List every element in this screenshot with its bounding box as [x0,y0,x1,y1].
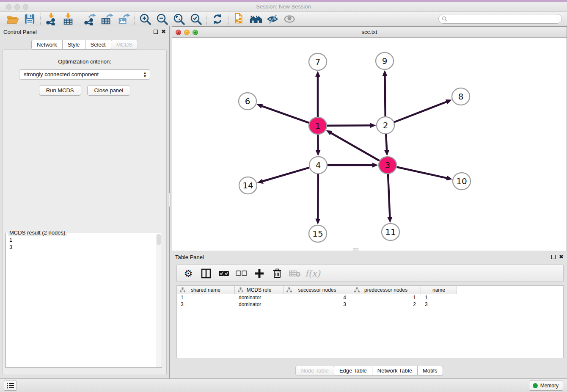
cell-mcds-role[interactable]: dominator [235,301,284,307]
graph-edge-4-14[interactable] [263,168,309,181]
tab-select[interactable]: Select [85,40,111,50]
tab-network-table[interactable]: Network Table [372,366,418,375]
control-panel-header: Control Panel ✖ [0,26,169,37]
horizontal-splitter-handle[interactable] [353,248,358,251]
zoom-in-icon [139,13,151,25]
delete-column-button[interactable] [270,267,284,280]
tab-network[interactable]: Network [31,40,63,50]
export-image-button[interactable] [115,13,132,25]
network-window-titlebar[interactable]: x – + scc.txt [172,27,567,38]
cell-mcds-role[interactable]: dominator [235,295,284,301]
svg-text:15: 15 [312,229,323,239]
hide-details-button[interactable] [264,13,281,25]
mcds-result-list[interactable]: 1 3 [6,235,156,367]
tab-mcds[interactable]: MCDS [111,40,138,50]
graph-edge-2-3[interactable] [386,134,387,150]
close-panel-icon[interactable]: ✖ [161,28,166,35]
graph-edge-3-11[interactable] [388,174,390,217]
graph-edge-3-10[interactable] [396,167,446,178]
home-icon [249,14,263,25]
memory-label: Memory [540,383,559,389]
graph-node-4[interactable]: 4 [309,157,327,174]
column-header-predecessor-nodes[interactable]: predecessor nodes [351,286,421,294]
graph-edge-1-2[interactable] [327,125,370,126]
graph-node-7[interactable]: 7 [309,53,327,70]
save-session-button[interactable] [21,13,38,25]
show-columns-button[interactable] [199,267,213,280]
hide-eye-icon [267,14,279,25]
close-panel-button[interactable]: Close panel [87,85,131,96]
network-canvas[interactable]: 7968124314101511 [172,38,567,251]
unselect-all-columns-button[interactable] [234,267,249,280]
graph-node-11[interactable]: 11 [382,224,399,240]
search-box[interactable] [438,14,562,24]
fx-icon: f(x) [305,268,320,279]
refresh-network-button[interactable] [209,13,226,25]
search-input[interactable] [448,16,553,22]
column-header-mcds-role[interactable]: MCDS role [235,286,284,294]
tab-motifs[interactable]: Motifs [418,366,443,375]
column-header-shared-name[interactable]: shared name [177,286,235,294]
select-all-columns-button[interactable] [217,267,231,280]
columns-icon [201,268,211,279]
graph-node-1[interactable]: 1 [309,117,327,134]
graph-edge-3-1[interactable] [331,133,379,161]
export-network-button[interactable] [81,13,98,25]
tab-edge-table[interactable]: Edge Table [334,366,372,375]
export-network-icon [83,13,96,25]
graph-node-14[interactable]: 14 [239,177,257,194]
task-history-button[interactable] [4,381,17,391]
graph-node-3[interactable]: 3 [379,157,396,174]
cell-successor-nodes[interactable]: 4 [284,295,351,301]
tab-node-table[interactable]: Node Table [295,366,334,375]
vertical-splitter-handle[interactable] [168,193,171,207]
zoom-out-button[interactable] [154,13,171,25]
delete-table-button[interactable] [288,267,302,280]
graph-node-8[interactable]: 8 [452,88,470,105]
memory-button[interactable]: Memory [529,381,563,391]
zoom-selected-button[interactable] [187,13,204,25]
cell-predecessor-nodes[interactable]: 1 [351,295,421,301]
add-column-button[interactable] [252,267,267,280]
cell-name[interactable]: 3 [421,301,457,307]
close-table-panel-icon[interactable]: ✖ [559,254,564,260]
cell-predecessor-nodes[interactable]: 2 [351,301,421,307]
float-panel-icon[interactable] [154,30,158,34]
home-view-button[interactable] [248,13,264,25]
network-graph[interactable]: 7968124314101511 [172,38,567,251]
result-scrollbar[interactable] [156,234,161,367]
graph-node-15[interactable]: 15 [309,225,327,242]
graph-edge-1-6[interactable] [262,106,309,123]
cell-name[interactable]: 1 [421,295,457,301]
zoom-fit-button[interactable] [171,13,187,25]
graph-edge-2-8[interactable] [394,102,447,122]
clone-network-button[interactable] [231,13,248,25]
zoom-in-button[interactable] [137,13,154,25]
criterion-select[interactable]: strongly connected component ▲▼ [19,69,150,80]
cell-shared-name[interactable]: 1 [177,295,235,301]
tab-style[interactable]: Style [63,40,85,50]
graph-node-6[interactable]: 6 [239,93,256,110]
graph-node-2[interactable]: 2 [377,117,394,134]
open-session-button[interactable] [4,13,21,25]
cell-shared-name[interactable]: 3 [177,301,235,307]
node-table-header: shared name MCDS role successor nodes [177,286,563,294]
float-table-panel-icon[interactable] [551,255,556,259]
graph-node-10[interactable]: 10 [453,173,471,190]
table-row[interactable]: 3 dominator 3 2 3 [177,301,563,308]
import-network-button[interactable] [43,13,60,25]
table-settings-button[interactable]: ⚙ [181,267,195,280]
cell-successor-nodes[interactable]: 3 [284,301,351,307]
run-mcds-button[interactable]: Run MCDS [39,85,81,96]
toolbar-separator [79,14,79,25]
graph-edge-2-9[interactable] [385,76,385,116]
show-details-button[interactable] [281,13,298,25]
graph-edge-4-15[interactable] [318,174,318,219]
column-header-name[interactable]: name [421,286,457,294]
column-header-successor-nodes[interactable]: successor nodes [284,286,351,294]
import-table-button[interactable] [60,13,77,25]
function-builder-button[interactable]: f(x) [306,267,320,280]
table-row[interactable]: 1 dominator 4 1 1 [177,294,563,301]
export-table-button[interactable] [98,13,115,25]
graph-node-9[interactable]: 9 [376,52,394,69]
